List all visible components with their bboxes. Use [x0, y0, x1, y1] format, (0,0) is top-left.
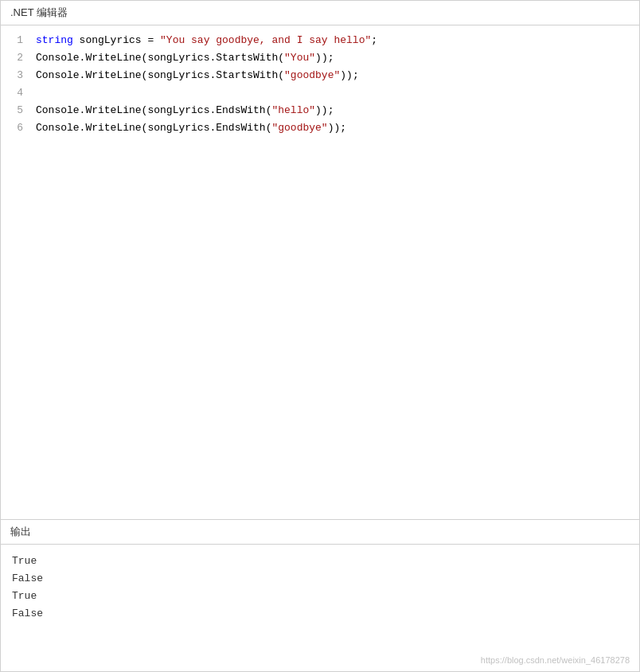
- output-line: False: [12, 605, 628, 623]
- plain-token: Console.WriteLine(songLyrics.EndsWith(: [36, 104, 271, 116]
- editor-section: .NET 编辑器 123456 string songLyrics = "You…: [1, 1, 639, 520]
- string-token: "You": [284, 52, 315, 64]
- editor-body[interactable]: 123456 string songLyrics = "You say good…: [1, 25, 639, 519]
- plain-token: ;: [371, 34, 377, 46]
- plain-token: ));: [315, 104, 334, 116]
- plain-token: ));: [328, 122, 346, 134]
- main-container: .NET 编辑器 123456 string songLyrics = "You…: [0, 0, 640, 672]
- watermark: https://blog.csdn.net/weixin_46178278: [481, 655, 630, 665]
- output-section: 输出 TrueFalseTrueFalse https://blog.csdn.…: [1, 520, 639, 671]
- line-number: 1: [10, 32, 23, 49]
- output-body: TrueFalseTrueFalse https://blog.csdn.net…: [1, 545, 639, 671]
- output-lines: TrueFalseTrueFalse: [12, 553, 628, 623]
- line-number: 2: [10, 49, 23, 67]
- output-line: True: [12, 588, 628, 605]
- line-number: 4: [10, 84, 23, 102]
- string-token: "goodbye": [284, 69, 340, 81]
- output-title: 输出: [10, 525, 31, 537]
- plain-token: Console.WriteLine(songLyrics.EndsWith(: [36, 122, 271, 134]
- plain-token: ));: [315, 52, 334, 64]
- line-number: 5: [10, 102, 23, 119]
- line-numbers: 123456: [1, 32, 33, 513]
- code-line: Console.WriteLine(songLyrics.EndsWith("g…: [36, 119, 636, 137]
- code-line: Console.WriteLine(songLyrics.StartsWith(…: [36, 67, 636, 84]
- plain-token: Console.WriteLine(songLyrics.StartsWith(: [36, 52, 284, 64]
- string-token: "goodbye": [271, 122, 327, 134]
- editor-header: .NET 编辑器: [1, 1, 639, 25]
- string-token: "You say goodbye, and I say hello": [160, 34, 371, 46]
- code-content[interactable]: string songLyrics = "You say goodbye, an…: [33, 32, 639, 513]
- plain-token: Console.WriteLine(songLyrics.StartsWith(: [36, 69, 284, 81]
- string-token: "hello": [271, 104, 315, 116]
- code-line: Console.WriteLine(songLyrics.StartsWith(…: [36, 49, 636, 67]
- code-line: Console.WriteLine(songLyrics.EndsWith("h…: [36, 102, 636, 119]
- output-header: 输出: [1, 520, 639, 545]
- plain-token: songLyrics =: [73, 34, 160, 46]
- editor-title: .NET 编辑器: [10, 6, 68, 18]
- output-line: True: [12, 553, 628, 570]
- keyword-token: string: [36, 34, 73, 46]
- line-number: 3: [10, 67, 23, 84]
- output-line: False: [12, 570, 628, 588]
- code-line: string songLyrics = "You say goodbye, an…: [36, 32, 636, 49]
- code-line: [36, 84, 636, 102]
- line-number: 6: [10, 119, 23, 137]
- plain-token: ));: [340, 69, 358, 81]
